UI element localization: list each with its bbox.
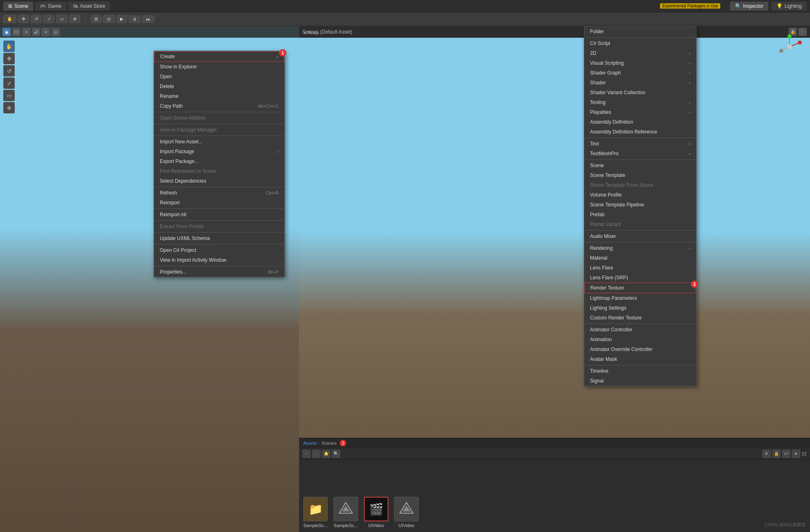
bottom-search-btn[interactable]: 🔍 [332, 450, 340, 458]
tab-game[interactable]: 🎮 Game [35, 2, 66, 11]
tab-scene[interactable]: ⊞ Scene [3, 2, 33, 11]
primary-menu-item-copy-path[interactable]: Copy PathAlt+Ctrl+C [154, 101, 284, 111]
asset-item-3[interactable]: UIVideo [394, 497, 419, 528]
secondary-menu-item-textmeshpro[interactable]: TextMeshPro› [584, 149, 696, 158]
primary-menu-item-open[interactable]: Open [154, 72, 284, 81]
secondary-menu-item-volume-profile[interactable]: Volume Profile [584, 190, 696, 200]
primary-menu-item-reimport-all[interactable]: Reimport All [154, 210, 284, 220]
breadcrumb-assets[interactable]: Assets [303, 441, 317, 446]
secondary-menu-item-rendering[interactable]: Rendering› [584, 243, 696, 253]
tool-rect[interactable]: ▭ [3, 90, 15, 101]
secondary-menu-item-shader-variant-collection[interactable]: Shader Variant Collection [584, 88, 696, 97]
toolbar-transform-all-btn[interactable]: ⊕ [69, 15, 80, 23]
bottom-lock-btn[interactable]: 🔒 [772, 450, 781, 458]
secondary-menu-item-2d[interactable]: 2D› [584, 48, 696, 58]
primary-menu-item-reimport[interactable]: Reimport [154, 198, 284, 208]
bottom-fav-btn[interactable]: ⭐ [322, 450, 330, 458]
secondary-menu-item-assembly-definition[interactable]: Assembly Definition [584, 117, 696, 127]
primary-menu-item-create[interactable]: Create›1 [154, 51, 284, 62]
tool-custom[interactable]: ⊕ [3, 102, 15, 113]
asset-item-0[interactable]: 📁SampleSc... [303, 497, 328, 528]
menu-label: Audio Mixer [590, 233, 616, 239]
secondary-menu-item-animator-override-controller[interactable]: Animator Override Controller [584, 344, 696, 354]
primary-menu-item-open-c-project[interactable]: Open C# Project [154, 245, 284, 255]
secondary-menu-item-material[interactable]: Material [584, 253, 696, 263]
bottom-label-btn[interactable]: 🏷 [782, 450, 790, 458]
secondary-menu-item-scene[interactable]: Scene [584, 161, 696, 170]
toolbar-scale-btn[interactable]: ⤢ [43, 15, 54, 23]
primary-menu-item-import-package[interactable]: Import Package› [154, 147, 284, 156]
secondary-menu-item-scene-template-pipeline[interactable]: Scene Template Pipeline [584, 200, 696, 210]
scene-light-btn[interactable]: ☀ [22, 28, 30, 36]
secondary-menu-item-avatar-mask[interactable]: Avatar Mask [584, 354, 696, 364]
asset-label-2: UIVideo [368, 523, 384, 528]
secondary-menu-item-lens-flare-srp[interactable]: Lens Flare (SRP) [584, 273, 696, 283]
tab-inspector[interactable]: 🔍 Inspector [730, 2, 768, 11]
menu-label: Rendering [590, 245, 613, 251]
secondary-menu-item-playables[interactable]: Playables› [584, 107, 696, 117]
menu-label: Extract From Prefab [160, 224, 204, 229]
toolbar-pivot-btn[interactable]: ◎ [103, 15, 115, 23]
asset-item-2[interactable]: 🎬UIVideo [364, 497, 388, 528]
menu-label: Scene Template From Scene [590, 182, 653, 188]
secondary-menu-item-render-texture[interactable]: Render Texture2 [584, 283, 696, 293]
primary-menu-item-show-in-explorer[interactable]: Show in Explorer [154, 62, 284, 72]
scene-fx-btn[interactable]: ✦ [42, 28, 50, 36]
toolbar-move-btn[interactable]: ✜ [18, 15, 29, 23]
primary-menu-item-delete[interactable]: Delete [154, 81, 284, 91]
secondary-menu-item-scene-template[interactable]: Scene Template [584, 170, 696, 180]
secondary-menu-item-assembly-definition-reference[interactable]: Assembly Definition Reference [584, 127, 696, 137]
tab-lighting[interactable]: 💡 Lighting [771, 2, 807, 11]
secondary-menu-item-lens-flare[interactable]: Lens Flare [584, 263, 696, 273]
toolbar-play-btn[interactable]: ▶ [116, 15, 127, 23]
secondary-menu-item-shader-graph[interactable]: Shader Graph› [584, 68, 696, 78]
primary-menu-item-view-in-import-activity-window[interactable]: View in Import Activity Window [154, 255, 284, 265]
secondary-menu-item-testing[interactable]: Testing› [584, 97, 696, 107]
secondary-menu-item-audio-mixer[interactable]: Audio Mixer [584, 231, 696, 241]
toolbar-step-btn[interactable]: ⏭ [142, 16, 154, 23]
tool-scale[interactable]: ⤢ [3, 77, 15, 89]
toolbar-pause-btn[interactable]: ⏸ [129, 16, 141, 23]
bottom-settings-btn[interactable]: ⚙ [762, 450, 771, 458]
primary-menu-item-update-uxml-schema[interactable]: Update UXML Schema [154, 233, 284, 243]
toolbar-grid-btn[interactable]: ⊞ [91, 15, 102, 23]
secondary-menu-item-timeline[interactable]: Timeline [584, 366, 696, 376]
tool-rotate[interactable]: ↺ [3, 65, 15, 77]
toolbar-transform-btn[interactable]: ✋ [3, 15, 16, 23]
secondary-menu-item-shader[interactable]: Shader› [584, 78, 696, 88]
secondary-menu-item-animation[interactable]: Animation [584, 335, 696, 344]
scene-audio-btn[interactable]: 🔊 [32, 28, 40, 36]
sec-menu-separator-34 [584, 324, 696, 324]
toolbar-rotate-btn[interactable]: ↺ [31, 15, 42, 23]
bottom-star-btn[interactable]: ★ [792, 450, 800, 458]
secondary-menu-item-lightmap-parameters[interactable]: Lightmap Parameters [584, 293, 696, 303]
secondary-menu-item-lighting-settings[interactable]: Lighting Settings [584, 303, 696, 313]
secondary-menu-item-visual-scripting[interactable]: Visual Scripting› [584, 58, 696, 68]
menu-label: Signal [590, 378, 604, 384]
tool-move[interactable]: ✜ [3, 53, 15, 64]
menu-shortcut: Alt+Ctrl+C [258, 104, 279, 109]
primary-menu-item-properties[interactable]: Properties...Alt+P [154, 267, 284, 277]
secondary-menu-item-text[interactable]: Text› [584, 139, 696, 149]
toolbar-rect-btn[interactable]: ▭ [56, 15, 68, 23]
secondary-menu-item-folder[interactable]: Folder [584, 27, 696, 36]
secondary-menu-item-signal[interactable]: Signal [584, 376, 696, 386]
breadcrumb-scenes: Scenes [322, 441, 337, 446]
secondary-menu-item-animator-controller[interactable]: Animator Controller [584, 325, 696, 335]
secondary-menu-item-c-script[interactable]: C# Script [584, 38, 696, 48]
asset-item-1[interactable]: SampleSc... [334, 497, 358, 528]
secondary-menu-item-prefab[interactable]: Prefab [584, 210, 696, 220]
scene-gizmos-btn[interactable]: ⊛ [52, 28, 60, 36]
bottom-back-btn[interactable]: ← [302, 450, 311, 458]
tool-hand[interactable]: ✋ [3, 41, 15, 52]
scene-2d-btn[interactable]: 2D [12, 28, 20, 36]
primary-menu-item-import-new-asset[interactable]: Import New Asset... [154, 137, 284, 147]
primary-menu-item-export-package[interactable]: Export Package... [154, 156, 284, 166]
primary-menu-item-refresh[interactable]: RefreshCtrl+R [154, 188, 284, 198]
tab-asset-store[interactable]: 🛍 Asset Store [68, 2, 110, 11]
bottom-forward-btn[interactable]: → [312, 450, 320, 458]
primary-menu-item-select-dependencies[interactable]: Select Dependencies [154, 176, 284, 186]
scene-shaded-btn[interactable]: ◉ [2, 28, 11, 36]
secondary-menu-item-custom-render-texture[interactable]: Custom Render Texture [584, 313, 696, 323]
primary-menu-item-rename[interactable]: Rename [154, 91, 284, 101]
